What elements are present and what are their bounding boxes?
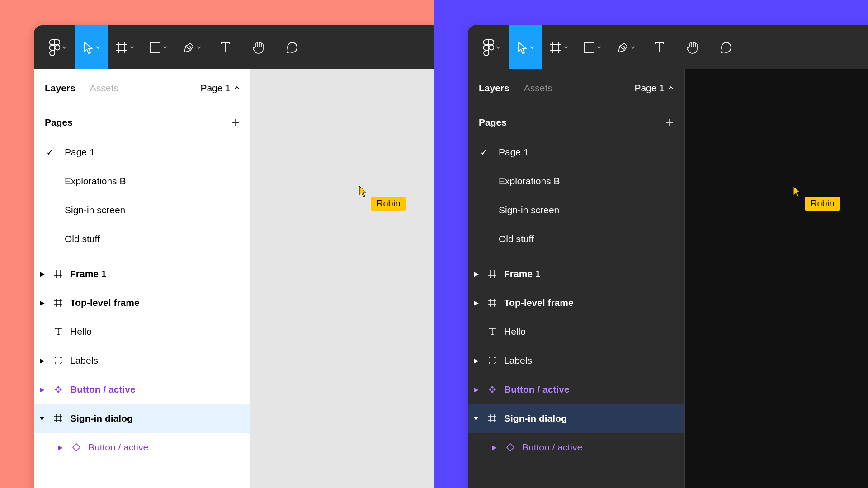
page-item[interactable]: Sign-in screen: [34, 196, 250, 225]
pen-tool[interactable]: [175, 25, 208, 69]
layer-name: Labels: [504, 355, 532, 366]
text-icon: [653, 42, 665, 53]
tab-layers[interactable]: Layers: [479, 83, 509, 94]
text-icon: [53, 326, 64, 337]
frame-icon: [487, 413, 498, 424]
shape-tool[interactable]: [576, 25, 609, 69]
frame-tool[interactable]: [542, 25, 576, 69]
pen-icon: [616, 41, 629, 54]
pages-section-header: Pages +: [468, 107, 684, 138]
add-page-button[interactable]: +: [231, 115, 240, 130]
page-selector[interactable]: Page 1: [634, 83, 674, 94]
canvas[interactable]: Robin: [251, 69, 441, 488]
layer-item[interactable]: ▶ Labels: [468, 346, 684, 375]
move-tool[interactable]: [75, 25, 108, 69]
chevron-up-icon: [668, 86, 674, 90]
frame-icon: [53, 297, 64, 308]
page-item[interactable]: Old stuff: [34, 225, 250, 253]
add-page-button[interactable]: +: [665, 115, 674, 130]
figma-menu[interactable]: [41, 25, 75, 69]
canvas[interactable]: Robin: [685, 69, 868, 488]
page-item[interactable]: Sign-in screen: [468, 196, 684, 225]
expand-arrow-icon[interactable]: ▶: [38, 357, 47, 364]
page-selector-label: Page 1: [200, 83, 231, 94]
svg-rect-1: [150, 42, 160, 52]
cursor-icon: [516, 41, 528, 54]
chevron-down-icon: [597, 46, 601, 49]
figma-logo-icon: [483, 39, 494, 56]
expand-arrow-icon[interactable]: ▼: [472, 415, 481, 422]
expand-arrow-icon[interactable]: ▶: [490, 444, 499, 451]
layer-item-component[interactable]: ▶ Button / active: [468, 375, 684, 404]
layer-item[interactable]: Hello: [468, 317, 684, 346]
layer-item-selected[interactable]: ▼ Sign-in dialog: [34, 404, 250, 433]
chevron-up-icon: [234, 86, 240, 90]
collaborator-name: Robin: [371, 197, 406, 211]
page-name: Old stuff: [65, 234, 100, 244]
frame-icon: [53, 413, 64, 424]
tab-assets[interactable]: Assets: [524, 83, 552, 94]
frame-tool[interactable]: [108, 25, 142, 69]
svg-point-0: [55, 45, 60, 50]
comment-tool[interactable]: [275, 25, 309, 69]
expand-arrow-icon[interactable]: ▶: [472, 299, 481, 306]
page-name: Sign-in screen: [65, 205, 125, 216]
layers-panel: Layers Assets Page 1 Pages + ✓ Page 1: [468, 69, 685, 488]
expand-arrow-icon[interactable]: ▶: [38, 270, 47, 277]
layer-item[interactable]: ▶ Frame 1: [468, 259, 684, 288]
pen-tool[interactable]: [609, 25, 642, 69]
cursor-icon: [82, 41, 94, 54]
group-icon: [487, 355, 498, 366]
chevron-down-icon: [530, 46, 534, 49]
layer-item[interactable]: ▶ Frame 1: [34, 259, 250, 288]
text-tool[interactable]: [208, 25, 242, 69]
component-icon: [53, 384, 64, 395]
page-name: Page 1: [499, 147, 529, 158]
layer-item[interactable]: ▶ Top-level frame: [34, 288, 250, 317]
group-icon: [53, 355, 64, 366]
shape-tool[interactable]: [142, 25, 175, 69]
tab-assets[interactable]: Assets: [90, 83, 118, 94]
hand-tool[interactable]: [242, 25, 275, 69]
page-selector-label: Page 1: [634, 83, 665, 94]
layer-name: Sign-in dialog: [504, 413, 567, 424]
page-item[interactable]: Explorations B: [34, 167, 250, 196]
page-item[interactable]: Explorations B: [468, 167, 684, 196]
expand-arrow-icon[interactable]: ▶: [38, 299, 47, 306]
panel-tabs: Layers Assets Page 1: [468, 69, 684, 107]
figma-menu[interactable]: [475, 25, 509, 69]
page-name: Explorations B: [65, 176, 126, 187]
expand-arrow-icon[interactable]: ▶: [56, 444, 65, 451]
page-item[interactable]: Old stuff: [468, 225, 684, 253]
page-item[interactable]: ✓ Page 1: [468, 138, 684, 167]
layer-item-instance[interactable]: ▶ Button / active: [34, 433, 250, 462]
hand-icon: [252, 41, 265, 54]
frame-icon: [115, 41, 128, 54]
layer-item-component[interactable]: ▶ Button / active: [34, 375, 250, 404]
layer-item-instance[interactable]: ▶ Button / active: [468, 433, 684, 462]
page-item[interactable]: ✓ Page 1: [34, 138, 250, 167]
comment-icon: [720, 41, 732, 54]
layer-item[interactable]: Hello: [34, 317, 250, 346]
cursor-icon: [358, 185, 369, 198]
chevron-down-icon: [496, 46, 500, 49]
page-selector[interactable]: Page 1: [200, 83, 240, 94]
move-tool[interactable]: [509, 25, 542, 69]
expand-arrow-icon[interactable]: ▶: [38, 386, 47, 393]
hand-tool[interactable]: [676, 25, 709, 69]
expand-arrow-icon[interactable]: ▶: [472, 270, 481, 277]
expand-arrow-icon[interactable]: ▶: [472, 386, 481, 393]
layer-item-selected[interactable]: ▼ Sign-in dialog: [468, 404, 684, 433]
text-tool[interactable]: [642, 25, 676, 69]
expand-arrow-icon[interactable]: ▶: [472, 357, 481, 364]
expand-arrow-icon[interactable]: ▼: [38, 415, 47, 422]
tab-layers[interactable]: Layers: [45, 83, 75, 94]
comment-icon: [286, 41, 298, 54]
rectangle-icon: [583, 42, 595, 53]
comment-tool[interactable]: [709, 25, 743, 69]
svg-rect-3: [584, 42, 594, 52]
frame-icon: [549, 41, 562, 54]
layer-item[interactable]: ▶ Labels: [34, 346, 250, 375]
layer-item[interactable]: ▶ Top-level frame: [468, 288, 684, 317]
app-window-dark: Layers Assets Page 1 Pages + ✓ Page 1: [468, 25, 868, 488]
